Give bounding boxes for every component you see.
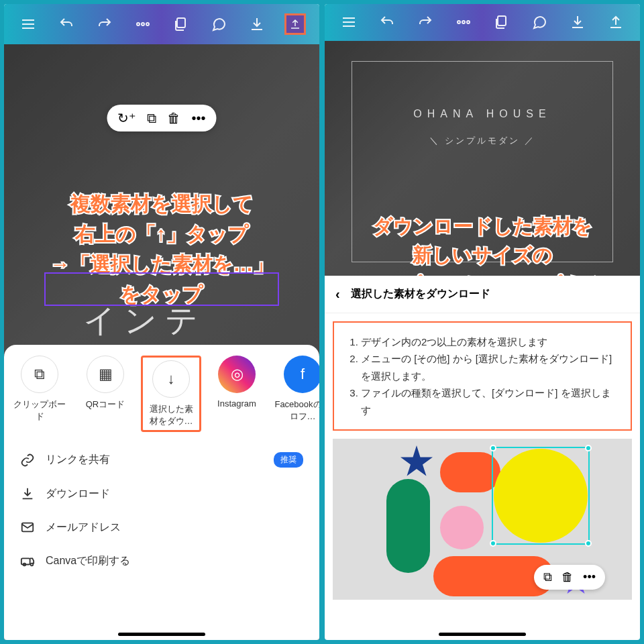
home-indicator [118, 633, 205, 636]
context-toolbar: ↻⁺ ⧉ 🗑 ••• [107, 105, 216, 131]
download-icon[interactable] [246, 13, 268, 35]
svg-point-1 [142, 23, 144, 25]
trash-icon[interactable]: 🗑 [167, 111, 180, 126]
step: ファイルの種類を選択して、[ダウンロード] を選択します [361, 384, 617, 419]
menu-icon[interactable] [17, 13, 39, 35]
phone-right: OHANA HOUSE ＼ シンプルモダン ／ ダウンロードした素材を 新しいサ… [325, 4, 640, 640]
redo-icon[interactable] [415, 11, 436, 33]
undo-icon[interactable] [376, 11, 398, 33]
topbar [4, 4, 319, 44]
subtext: ＼ シンプルモダン ／ [429, 135, 535, 147]
more-icon[interactable]: ••• [191, 111, 205, 126]
menu-icon[interactable] [338, 11, 360, 33]
share-facebook[interactable]: fFacebookのプロフ… [272, 356, 319, 432]
options-list: リンクを共有推奨 ダウンロード メールアドレス Canvaで印刷する [4, 443, 319, 578]
svg-rect-3 [177, 18, 185, 28]
svg-point-0 [137, 23, 140, 25]
pink-circle[interactable] [440, 506, 484, 549]
regenerate-icon[interactable]: ↻⁺ [117, 110, 136, 126]
instructions: デザイン内の2つ以上の素材を選択します メニューの [その他] から [選択した… [333, 321, 632, 431]
opt-print[interactable]: Canvaで印刷する [4, 544, 319, 578]
annotation: ダウンロードした素材を 新しいサイズの テンプレートにアップする [362, 212, 603, 276]
svg-rect-11 [498, 16, 506, 25]
step: メニューの [その他] から [選択した素材をダウンロード] を選択します。 [361, 350, 617, 384]
panel-header: ‹ 選択した素材をダウンロード [325, 276, 640, 313]
share-row: ⧉クリップボード ▦QRコード ↓選択した素材をダウ… ◎Instagram f… [4, 356, 319, 432]
svg-point-2 [146, 23, 149, 25]
mini-toolbar: ⧉ 🗑 ••• [534, 565, 605, 590]
pages-icon[interactable] [170, 13, 191, 35]
trash-icon[interactable]: 🗑 [561, 570, 574, 584]
more-icon[interactable]: ••• [583, 570, 596, 584]
ohana-title: OHANA HOUSE [413, 108, 551, 120]
green-pill[interactable] [386, 479, 430, 573]
download-icon[interactable] [567, 11, 588, 33]
opt-download[interactable]: ダウンロード [4, 477, 319, 511]
undo-icon[interactable] [56, 13, 77, 35]
panel-title: 選択した素材をダウンロード [351, 287, 490, 301]
svg-point-9 [462, 21, 465, 23]
share-icon[interactable] [284, 13, 306, 35]
svg-point-10 [467, 21, 470, 23]
burst-shape[interactable] [400, 445, 433, 479]
redo-icon[interactable] [94, 13, 115, 35]
comment-icon[interactable] [208, 13, 229, 35]
pages-icon[interactable] [490, 11, 512, 33]
duplicate-icon[interactable]: ⧉ [147, 111, 156, 126]
home-indicator [439, 633, 526, 636]
topbar [325, 4, 640, 41]
selection[interactable] [492, 447, 590, 545]
share-instagram[interactable]: ◎Instagram [207, 356, 267, 432]
canvas-right[interactable]: OHANA HOUSE ＼ シンプルモダン ／ ダウンロードした素材を 新しいサ… [325, 41, 640, 276]
opt-share-link[interactable]: リンクを共有推奨 [4, 443, 319, 477]
share-download-selected[interactable]: ↓選択した素材をダウ… [141, 356, 201, 432]
more-icon[interactable] [453, 11, 474, 33]
opt-email[interactable]: メールアドレス [4, 511, 319, 544]
step: デザイン内の2つ以上の素材を選択します [361, 333, 617, 351]
phone-left: ↻⁺ ⧉ 🗑 ••• 複数素材を選択して 右上の「↑」タップ →「選択した素材を… [4, 4, 319, 640]
shapes-canvas[interactable]: ⧉ 🗑 ••• [333, 439, 632, 600]
comment-icon[interactable] [529, 11, 550, 33]
share-clipboard[interactable]: ⧉クリップボード [9, 356, 70, 432]
svg-point-8 [458, 21, 460, 23]
back-icon[interactable]: ‹ [335, 286, 340, 302]
duplicate-icon[interactable]: ⧉ [543, 570, 552, 584]
share-qr[interactable]: ▦QRコード [75, 356, 136, 432]
share-icon[interactable] [605, 11, 627, 33]
more-icon[interactable] [132, 13, 154, 35]
share-sheet: ⧉クリップボード ▦QRコード ↓選択した素材をダウ… ◎Instagram f… [4, 345, 319, 640]
